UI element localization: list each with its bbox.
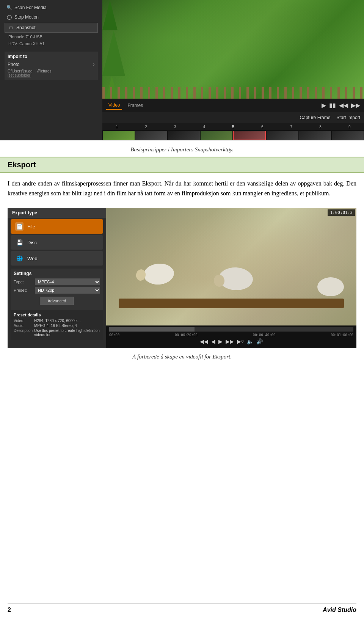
mute-icon[interactable]: 🔊 [256,338,263,345]
volume-icon[interactable]: 🔈 [247,338,253,345]
audio-value: MPEG-4, 16 Bit Stereo, 4 [34,324,100,328]
next-frame-icon[interactable]: ▶▶ [226,338,234,345]
skip-start-icon[interactable]: ◀◀ [200,338,208,345]
disc-icon: 💾 [15,238,24,247]
preview-video [102,0,364,99]
timeline-label-2: 00:00:40:00 [253,333,276,337]
desc-key: Description: [14,329,33,337]
preset-row: Preset: HD 720p [14,287,100,294]
web-btn-label: Web [27,256,38,261]
timeline-label-3: 00:01:00:00 [331,333,353,337]
preset-label: Preset: [14,288,33,292]
web-export-btn[interactable]: 🌐 Web [11,251,103,266]
body-paragraph: I den andre enden av filmskaperprosessen… [0,173,364,204]
timeline-labels: 00:00 00:00:20:00 00:00:40:00 00:01:00:0… [106,333,356,337]
sheep-body-3 [317,277,344,296]
preset-video-row: Video: H264, 1280 x 720, 6000 k... [14,319,100,323]
eksport-section-header: Eksport [0,157,364,173]
frame-num-4: 4 [190,125,219,129]
export-left-panel: Export type 📄 File 💾 Disc 🌐 Web Settings… [8,208,106,348]
thumbnails-row [102,130,364,140]
fast-forward-icon[interactable]: ▶▶ [351,102,360,109]
frames-tab[interactable]: Frames [125,102,145,109]
timeline-bar [109,327,353,332]
frame-num-1: 1 [102,125,132,129]
play-icon[interactable]: ▶ [322,102,326,109]
file-icon: 📄 [15,222,24,231]
capture-row: Capture Frame Start Import [102,112,364,123]
audio-key: Audio: [14,324,33,328]
thumb-7 [299,131,331,140]
top-screenshot: 🔍 Scan For Media ◯ Stop Motion □ Snapsho… [0,0,364,140]
frame-numbers-row: 1 2 3 4 5 6 7 8 9 [102,123,364,130]
photo-row: Photo › [8,61,95,68]
type-row: Type: MPEG-4 [14,278,100,285]
skip-end-icon[interactable]: ▶▿ [237,338,244,345]
page-number: 2 [8,607,11,613]
brand-name: Avid Studio [323,607,356,613]
thumb-8 [332,131,364,140]
video-tab[interactable]: Video [106,101,122,110]
stop-motion-item[interactable]: ◯ Stop Motion [3,12,99,22]
subfolder-link[interactable]: [set subfolder] [8,73,95,77]
bottom-screenshot: Export type 📄 File 💾 Disc 🌐 Web Settings… [8,208,356,348]
play-pause-icon[interactable]: ▶ [218,338,223,345]
left-panel: 🔍 Scan For Media ◯ Stop Motion □ Snapsho… [0,0,102,140]
frame-num-9: 9 [335,125,364,129]
export-type-header: Export type [8,208,106,218]
video-overlay [102,0,364,99]
type-label: Type: [14,280,33,284]
desc-value: Use this preset to create high definitio… [34,329,100,337]
thumb-2 [135,131,167,140]
timeline-label-1: 00:00:20:00 [175,333,198,337]
top-caption: Basisprinsipper i Importers Snapshotverk… [0,140,364,157]
frame-num-5: 5 [219,125,248,129]
scan-menu-item[interactable]: 🔍 Scan For Media [3,3,99,12]
timeline-label-0: 00:00 [109,333,119,337]
page-footer: 2 Avid Studio [8,603,356,613]
file-export-btn[interactable]: 📄 File [11,219,103,234]
start-import-btn[interactable]: Start Import [336,115,360,120]
capture-frame-btn[interactable]: Capture Frame [300,115,331,120]
playback-controls: ▶ ▮▮ ◀◀ ▶▶ [322,102,360,109]
timeline-controls: ◀◀ ◀ ▶ ▶▶ ▶▿ 🔈 🔊 [106,337,356,346]
thumb-6 [267,131,298,140]
frame-num-2: 2 [132,125,161,129]
snapshot-item[interactable]: □ Snapshot [5,23,98,33]
import-to-label: Import to [8,54,95,59]
export-preview-video: 1:00:01:3 [106,208,356,325]
settings-header: Settings [14,271,100,276]
timeline-progress [109,327,195,332]
device2-item: HDV: Canon XH A1 [3,40,99,47]
sheep-overlay [106,208,356,325]
fence-decoration [102,87,364,99]
thumb-4 [201,131,232,140]
frame-num-6: 6 [248,125,277,129]
thumb-3 [168,131,200,140]
thumb-1 [103,131,135,140]
disc-btn-label: Disc [27,240,37,245]
preset-select[interactable]: HD 720p [35,287,100,294]
video-value: H264, 1280 x 720, 6000 k... [34,319,100,323]
export-timeline: 00:00 00:00:20:00 00:00:40:00 00:01:00:0… [106,325,356,348]
path-text: C:\Users\jsugg... \Pictures [8,69,95,73]
video-controls-bar: Video Frames ▶ ▮▮ ◀◀ ▶▶ [102,99,364,112]
photo-arrow-icon: › [93,61,95,68]
video-key: Video: [14,319,33,323]
stop-motion-icon: ◯ [6,14,12,20]
rewind-icon[interactable]: ◀◀ [339,102,348,109]
advanced-button[interactable]: Advanced [40,297,74,305]
timecode-badge: 1:00:01:3 [328,209,355,216]
preset-desc-row: Description: Use this preset to create h… [14,329,100,337]
file-btn-label: File [27,224,35,230]
search-icon: 🔍 [6,5,12,11]
type-select[interactable]: MPEG-4 [35,278,100,285]
preset-details-header: Preset details [14,313,100,317]
disc-export-btn[interactable]: 💾 Disc [11,235,103,250]
prev-frame-icon[interactable]: ◀ [211,338,215,345]
frame-num-8: 8 [306,125,335,129]
frame-num-7: 7 [277,125,306,129]
thumb-5 [233,131,266,140]
frame-num-3: 3 [160,125,190,129]
stop-icon[interactable]: ▮▮ [329,102,336,109]
